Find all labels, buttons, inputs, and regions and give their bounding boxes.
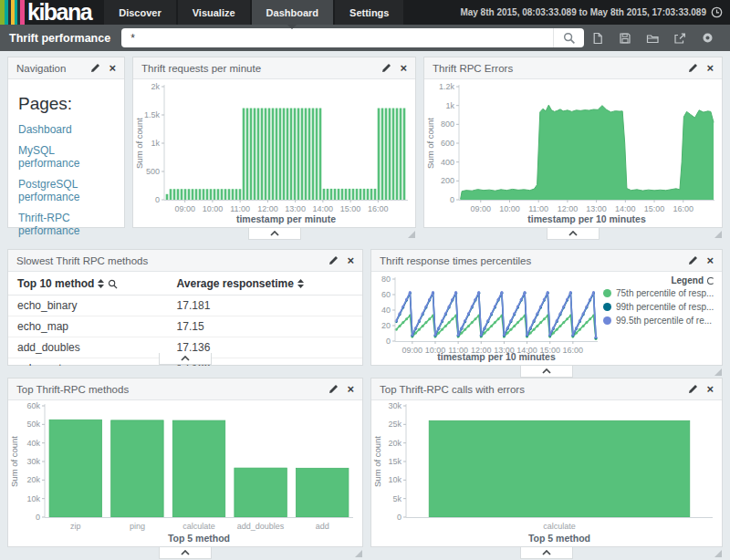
kibana-logo[interactable]: kibana	[0, 0, 104, 25]
svg-text:Sum of count: Sum of count	[372, 436, 382, 487]
tab-dashboard[interactable]: Dashboard	[252, 0, 333, 25]
collapse-panel-toggle[interactable]	[159, 353, 212, 365]
link-dashboard[interactable]: Dashboard	[18, 123, 114, 136]
edit-panel-icon[interactable]	[90, 63, 100, 73]
collapse-panel-toggle[interactable]	[520, 547, 573, 559]
close-panel-icon[interactable]: ×	[109, 64, 116, 73]
svg-text:ping: ping	[130, 522, 145, 531]
tab-visualize[interactable]: Visualize	[178, 0, 250, 25]
svg-text:0: 0	[155, 195, 160, 204]
load-dashboard-button[interactable]	[639, 25, 666, 51]
edit-panel-icon[interactable]	[688, 255, 698, 265]
edit-panel-icon[interactable]	[381, 63, 391, 73]
column-header-method[interactable]: Top 10 method	[8, 272, 168, 296]
column-header-responsetime[interactable]: Average responsetime	[168, 272, 362, 296]
save-icon	[619, 32, 631, 45]
svg-text:1k: 1k	[445, 101, 454, 110]
close-panel-icon[interactable]: ×	[400, 64, 407, 73]
percentiles-line-chart[interactable]: 02040608009:0010:0011:0012:0013:0014:001…	[371, 272, 603, 365]
legend-refresh-icon	[707, 277, 714, 285]
svg-text:add: add	[316, 522, 329, 531]
search-column-icon[interactable]	[108, 279, 118, 289]
panel-title: Slowest Thrift RPC methods	[16, 255, 148, 266]
svg-text:14:00: 14:00	[615, 204, 636, 213]
svg-text:16:00: 16:00	[368, 204, 389, 213]
top-errors-bar-chart[interactable]: 05k10k15k20k25k30kcalculateTop 5 methodS…	[371, 400, 722, 546]
close-panel-icon[interactable]: ×	[347, 256, 354, 265]
share-dashboard-button[interactable]	[666, 25, 694, 51]
svg-text:add_doubles: add_doubles	[237, 522, 285, 531]
close-panel-icon[interactable]: ×	[347, 385, 354, 394]
svg-text:16:00: 16:00	[673, 204, 694, 213]
errors-area-chart[interactable]: 02004006008001k1.2k09:0010:0011:0012:001…	[424, 79, 722, 227]
chevron-up-icon	[181, 356, 190, 361]
tab-discover[interactable]: Discover	[104, 0, 175, 25]
requests-histogram-chart[interactable]: 05001k1.5k2k09:0010:0011:0012:0013:0014:…	[133, 79, 415, 227]
filter-options-button[interactable]	[694, 25, 721, 51]
svg-text:1k: 1k	[151, 139, 160, 148]
edit-panel-icon[interactable]	[328, 255, 339, 265]
close-panel-icon[interactable]: ×	[706, 64, 714, 73]
new-document-icon	[591, 32, 604, 45]
tab-settings[interactable]: Settings	[335, 0, 403, 25]
collapse-panel-toggle[interactable]	[547, 228, 600, 240]
panel-navigation-header: Navigation ×	[8, 57, 124, 79]
svg-text:10k: 10k	[26, 494, 40, 503]
query-bar	[121, 28, 584, 47]
svg-text:1.2k: 1.2k	[439, 82, 455, 91]
link-postgresql-performance[interactable]: PostgreSQL performance	[18, 178, 114, 203]
new-dashboard-button[interactable]	[584, 25, 611, 51]
collapse-panel-toggle[interactable]	[159, 547, 212, 559]
search-button[interactable]	[553, 28, 584, 47]
legend-toggle[interactable]: Legend	[603, 275, 714, 285]
sort-icon	[98, 279, 104, 288]
series-color-dot	[603, 289, 611, 297]
svg-text:Sum of count: Sum of count	[134, 118, 144, 169]
svg-text:60k: 60k	[26, 401, 40, 410]
edit-panel-icon[interactable]	[688, 63, 698, 73]
resize-handle[interactable]	[714, 550, 722, 557]
search-input[interactable]	[121, 28, 553, 47]
svg-text:400: 400	[441, 158, 454, 167]
resize-handle[interactable]	[355, 550, 362, 557]
collapse-panel-toggle[interactable]	[520, 366, 573, 378]
panel-title: Navigation	[16, 63, 66, 74]
chevron-up-icon	[542, 550, 551, 555]
dashboard-toolbar: Thrift performance	[0, 25, 730, 51]
dashboard-title: Thrift performance	[9, 32, 110, 45]
svg-text:600: 600	[441, 139, 454, 148]
svg-text:12:00: 12:00	[558, 204, 579, 213]
panel-response-percentiles-header: Thrift response times percentiles ×	[371, 250, 722, 272]
panel-top-methods: Top Thrift-RPC methods × 010k20k30k40k50…	[7, 378, 363, 547]
panel-title: Thrift requests per minute	[141, 63, 261, 74]
panel-thrift-rpc-errors: Thrift RPC Errors × 02004006008001k1.2k0…	[423, 57, 723, 228]
top-methods-bar-chart[interactable]: 010k20k30k40k50k60kzippingcalculateadd_d…	[8, 400, 362, 546]
panel-response-percentiles: Thrift response times percentiles × 0204…	[370, 249, 723, 366]
resize-handle[interactable]	[408, 231, 415, 238]
save-dashboard-button[interactable]	[611, 25, 639, 51]
svg-text:800: 800	[441, 119, 454, 129]
panel-thrift-requests-header: Thrift requests per minute ×	[133, 57, 415, 79]
close-panel-icon[interactable]: ×	[706, 256, 714, 265]
resize-handle[interactable]	[714, 368, 722, 376]
link-mysql-performance[interactable]: MySQL performance	[18, 144, 114, 170]
svg-text:10:00: 10:00	[203, 204, 224, 213]
edit-panel-icon[interactable]	[328, 384, 339, 394]
collapse-panel-toggle[interactable]	[248, 228, 301, 240]
svg-text:timestamp per 10 minutes: timestamp per 10 minutes	[527, 213, 646, 224]
svg-text:0: 0	[450, 195, 454, 204]
legend-item-75th[interactable]: 75th percentile of resp...	[603, 288, 714, 298]
svg-text:zip: zip	[70, 522, 81, 531]
close-panel-icon[interactable]: ×	[706, 385, 714, 394]
svg-text:13:00: 13:00	[285, 204, 306, 213]
link-thrift-rpc-performance[interactable]: Thrift-RPC performance	[18, 212, 114, 237]
legend-item-99-5th[interactable]: 99.5th percentile of re...	[603, 316, 714, 326]
legend-item-99th[interactable]: 99th percentile of resp...	[603, 302, 714, 312]
time-picker[interactable]: May 8th 2015, 08:03:33.089 to May 8th 20…	[460, 0, 730, 25]
svg-text:0: 0	[386, 337, 391, 346]
open-folder-icon	[646, 32, 660, 45]
panel-slowest-methods-header: Slowest Thrift RPC methods ×	[8, 250, 362, 272]
resize-handle[interactable]	[714, 231, 722, 238]
svg-text:13:00: 13:00	[586, 204, 607, 213]
edit-panel-icon[interactable]	[688, 384, 698, 394]
